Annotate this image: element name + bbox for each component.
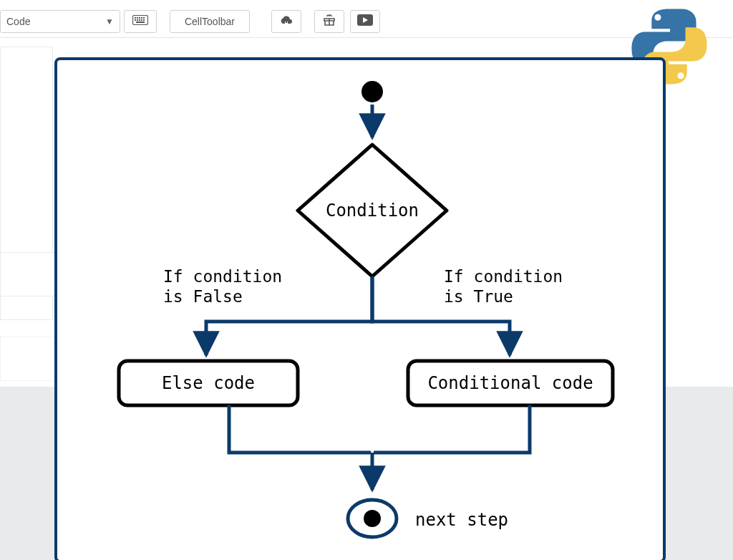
svg-point-26 [364, 510, 381, 527]
flowchart-decision-node: Condition [298, 145, 447, 276]
cloud-upload-button[interactable] [271, 10, 301, 33]
svg-rect-1 [135, 17, 136, 19]
flowchart-card: Condition If condition is False If condi… [54, 57, 666, 560]
flowchart-iftrue-node: Conditional code [408, 361, 613, 405]
flowchart-decision-label: Condition [326, 201, 419, 221]
flowchart-edge-else-end [229, 405, 371, 453]
cloud-upload-icon [279, 14, 293, 29]
svg-rect-7 [137, 19, 138, 21]
svg-text:If condition: If condition [444, 267, 563, 286]
gift-icon [323, 14, 336, 29]
gift-button[interactable] [314, 10, 344, 33]
svg-rect-5 [143, 17, 145, 19]
cell-type-select[interactable]: Code ▼ [0, 10, 120, 33]
svg-rect-2 [137, 17, 138, 19]
svg-rect-11 [136, 21, 145, 23]
flowchart-end-node [348, 500, 397, 537]
svg-text:If condition: If condition [163, 267, 282, 286]
svg-rect-3 [139, 17, 140, 19]
svg-rect-10 [143, 19, 145, 21]
svg-text:is True: is True [444, 287, 513, 306]
cell-type-label: Code [6, 16, 30, 27]
svg-rect-6 [135, 19, 136, 21]
flowchart-else-label: Else code [162, 373, 255, 393]
svg-rect-4 [141, 17, 142, 19]
svg-point-13 [654, 14, 661, 21]
svg-rect-8 [139, 19, 140, 21]
svg-point-15 [361, 81, 383, 102]
flowchart-false-edge-label: If condition is False [163, 267, 282, 306]
command-palette-button[interactable] [124, 10, 157, 33]
flowchart-edge-iftrue-end [374, 405, 530, 453]
cell-toolbar-label: CellToolbar [185, 16, 235, 27]
flowchart-true-edge-label: If condition is True [444, 267, 563, 306]
flowchart-iftrue-label: Conditional code [427, 373, 593, 393]
app-stage: Code ▼ CellToolbar [0, 0, 733, 560]
flowchart-else-node: Else code [119, 361, 298, 405]
cell-toolbar-button[interactable]: CellToolbar [170, 10, 250, 33]
video-button[interactable] [350, 10, 380, 33]
flowchart-end-label: next step [415, 510, 508, 530]
play-video-icon [357, 14, 373, 29]
svg-text:is False: is False [163, 287, 243, 306]
svg-point-14 [678, 72, 684, 79]
flowchart-start-node [361, 81, 383, 102]
jupyter-toolbar: Code ▼ CellToolbar [0, 0, 733, 38]
svg-rect-9 [141, 19, 142, 21]
chevron-down-icon: ▼ [105, 16, 114, 26]
keyboard-icon [132, 15, 148, 28]
